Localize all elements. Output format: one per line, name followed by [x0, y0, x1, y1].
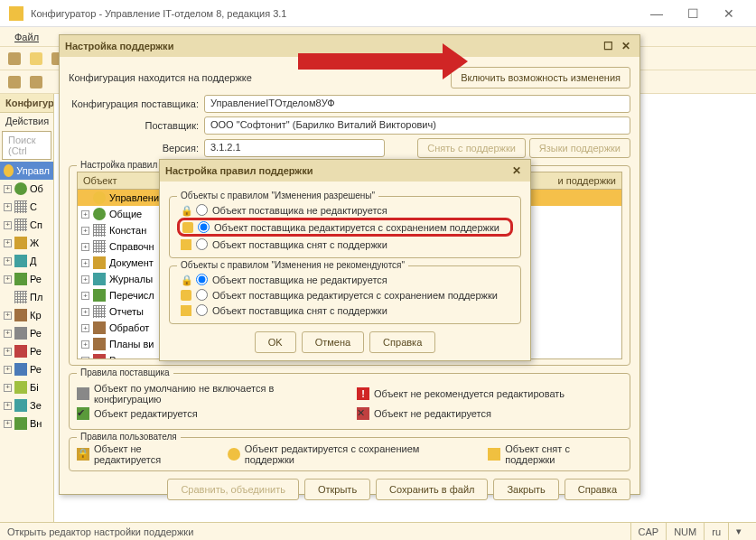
user-rules-fieldset: Правила пользователя 🔒Объект не редактир… [69, 437, 630, 471]
tree-item[interactable]: +Ре [0, 342, 53, 360]
dialog2-button-row: OK Отмена Справка [169, 331, 521, 353]
tree-item[interactable]: +Кр [0, 306, 53, 324]
main-titlebar: Конфигуратор - Управление IT-отделом 8, … [0, 0, 756, 27]
supplier-label: Поставщик: [69, 120, 204, 131]
vendor-rules-fieldset: Правила поставщика Объект по умолчанию н… [69, 373, 630, 430]
dialog-button-row: Сравнить, объединить Открыть Сохранить в… [69, 479, 630, 500]
status-bar: Открыть редактор настройки поддержки CAP… [0, 522, 756, 540]
sidebar-actions[interactable]: Действия [0, 113, 53, 129]
tree-item[interactable]: +Бі [0, 378, 53, 396]
vendor-rule: ✕Объект не редактируется [357, 407, 622, 420]
tree-item[interactable]: +Вн [0, 414, 53, 433]
radio-not-edited[interactable]: 🔒Объект поставщика не редактируется [177, 202, 513, 218]
status-dropdown-icon[interactable]: ▾ [728, 523, 749, 540]
user-rule: 🔒Объект не редактируется [77, 443, 211, 465]
config-status-text: Конфигурация находится на поддержке [69, 72, 451, 83]
minimize-button[interactable]: — [639, 0, 675, 27]
support-languages-button[interactable]: Языки поддержки [529, 138, 630, 158]
toolbar-btn-open[interactable] [26, 49, 46, 69]
tree-item[interactable]: +С [0, 198, 53, 216]
radio-removed-support-2[interactable]: Объект поставщика снят с поддержки [177, 303, 513, 318]
version-field: 3.1.2.1 [204, 139, 385, 157]
vendor-rule: !Объект не рекомендуется редактировать [357, 383, 622, 405]
user-rule: Объект снят с поддержки [488, 443, 622, 465]
radio-edited-with-support[interactable]: Объект поставщика редактируется с сохран… [177, 218, 513, 237]
toolbar-btn-a[interactable] [5, 72, 24, 92]
annotation-arrow [298, 53, 443, 70]
menu-file[interactable]: Файл [7, 30, 46, 44]
supplier-field: ООО "Софтонит" (Барилко Виталий Викторов… [204, 116, 630, 135]
radio-removed-support[interactable]: Объект поставщика снят с поддержки [177, 237, 513, 252]
toolbar-btn-new[interactable] [5, 49, 24, 69]
vendor-rule: ✔Объект редактируется [77, 407, 342, 420]
vendor-config-label: Конфигурация поставщика: [69, 98, 204, 109]
user-rule: Объект редактируется с сохранением подде… [228, 443, 472, 465]
config-tree-sidebar: Конфигур Действия Поиск (Ctrl Управл +Об… [0, 94, 54, 538]
compare-merge-button[interactable]: Сравнить, объединить [167, 479, 298, 500]
close-button[interactable]: ✕ [711, 0, 747, 27]
tree-item[interactable]: +Ре [0, 324, 53, 342]
sidebar-root[interactable]: Управл [0, 162, 53, 180]
tree-item[interactable]: +Зе [0, 396, 53, 414]
dialog2-close-icon[interactable]: ✕ [509, 163, 525, 178]
toolbar-btn-b[interactable] [26, 72, 46, 92]
enable-changes-button[interactable]: Включить возможность изменения [451, 67, 630, 88]
support-rules-dialog: Настройка правил поддержки ✕ Объекты с п… [159, 159, 531, 361]
tree-item[interactable]: +Ре [0, 360, 53, 378]
tree-item[interactable]: +Сп [0, 216, 53, 234]
vendor-config-field[interactable]: УправлениеITОтделом8УФ [204, 95, 630, 113]
close-dialog-button[interactable]: Закрыть [493, 479, 558, 500]
remove-support-button[interactable]: Снять с поддержки [417, 138, 526, 158]
ok-button[interactable]: OK [255, 331, 296, 353]
dialog-maximize-icon[interactable]: ☐ [600, 39, 616, 53]
changes-allowed-fieldset: Объекты с правилом "Изменения разрешены"… [169, 196, 521, 258]
cancel-button[interactable]: Отмена [302, 331, 364, 353]
sidebar-search[interactable]: Поиск (Ctrl [2, 131, 51, 160]
status-lang[interactable]: ru [704, 523, 728, 540]
dialog2-titlebar: Настройка правил поддержки ✕ [160, 160, 530, 182]
tree-item[interactable]: +Ж [0, 234, 53, 252]
status-num: NUM [666, 523, 704, 540]
version-label: Версия: [69, 143, 204, 154]
vendor-rule: Объект по умолчанию не включается в конф… [77, 383, 342, 405]
app-icon [9, 6, 23, 21]
radio-not-edited-2[interactable]: 🔒Объект поставщика не редактируется [177, 272, 513, 287]
tree-item[interactable]: +Ре [0, 270, 53, 288]
window-title: Конфигуратор - Управление IT-отделом 8, … [31, 8, 639, 19]
status-hint: Открыть редактор настройки поддержки [7, 526, 193, 537]
dialog-close-icon[interactable]: ✕ [618, 39, 634, 53]
tree-item[interactable]: Пл [0, 288, 53, 306]
help-button[interactable]: Справка [565, 479, 630, 500]
sidebar-tab[interactable]: Конфигур [0, 94, 53, 113]
help-button-2[interactable]: Справка [369, 331, 435, 353]
maximize-button[interactable]: ☐ [675, 0, 711, 27]
status-cap: CAP [630, 523, 667, 540]
dialog-title: Настройка поддержки [65, 41, 173, 51]
tree-item[interactable]: +Об [0, 180, 53, 198]
radio-edited-with-support-2[interactable]: Объект поставщика редактируется с сохран… [177, 287, 513, 303]
save-to-file-button[interactable]: Сохранить в файл [376, 479, 488, 500]
changes-not-recommended-fieldset: Объекты с правилом "Изменения не рекомен… [169, 265, 521, 324]
tree-item[interactable]: +Д [0, 252, 53, 270]
open-button[interactable]: Открыть [304, 479, 370, 500]
dialog2-title: Настройка правил поддержки [165, 165, 313, 176]
